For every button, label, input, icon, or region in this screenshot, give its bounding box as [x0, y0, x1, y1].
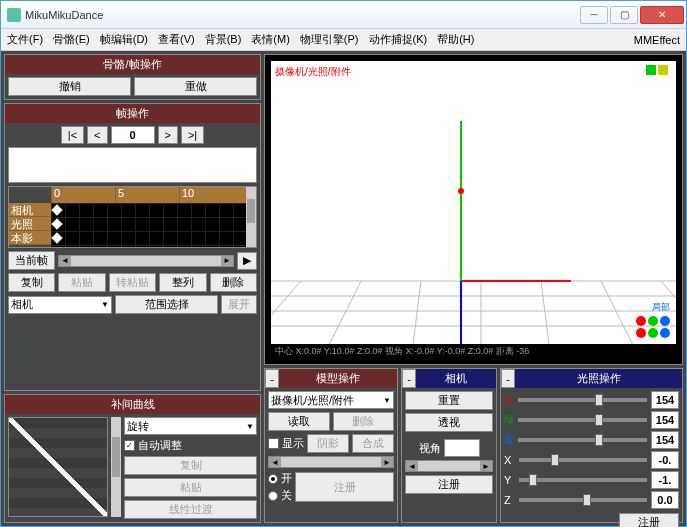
delete-frame-button[interactable]: 删除 — [210, 273, 257, 292]
on-radio[interactable] — [268, 474, 278, 484]
timeline-vscroll[interactable] — [246, 187, 256, 247]
scroll-right-icon[interactable]: ► — [221, 256, 233, 266]
menu-file[interactable]: 文件(F) — [7, 32, 43, 47]
timeline-hscroll[interactable]: ◄ ► — [58, 255, 234, 267]
b-slider[interactable] — [518, 438, 647, 442]
redo-button[interactable]: 重做 — [134, 77, 257, 96]
z-value[interactable]: 0.0 — [651, 491, 679, 509]
menu-face[interactable]: 表情(M) — [251, 32, 290, 47]
angle-slider[interactable]: ◄► — [405, 460, 493, 472]
vp-corner-label: 局部 — [652, 301, 670, 314]
track-shadow[interactable]: 本影 — [9, 231, 51, 245]
model-select[interactable]: 摄像机/光照/附件▼ — [268, 391, 394, 409]
menu-motion[interactable]: 动作捕捉(K) — [369, 32, 428, 47]
panel-collapse-button[interactable]: - — [265, 369, 279, 388]
gizmo-icon[interactable] — [636, 328, 646, 338]
track-light[interactable]: 光照 — [9, 217, 51, 231]
g-value[interactable]: 154 — [651, 411, 679, 429]
model-title: 模型操作 — [279, 369, 397, 388]
undo-button[interactable]: 撤销 — [8, 77, 131, 96]
paste-button[interactable]: 粘贴 — [58, 273, 105, 292]
camera-reg-button[interactable]: 注册 — [405, 475, 493, 494]
nav-next[interactable]: > — [158, 126, 178, 144]
close-button[interactable]: ✕ — [640, 6, 684, 24]
scroll-left-icon[interactable]: ◄ — [59, 256, 71, 266]
menu-bg[interactable]: 背景(B) — [205, 32, 242, 47]
panel-collapse-button[interactable]: - — [402, 369, 416, 388]
interp-axis-select[interactable]: 旋转▼ — [124, 417, 257, 435]
track-camera[interactable]: 相机 — [9, 203, 51, 217]
nav-prev[interactable]: < — [87, 126, 107, 144]
syn-button[interactable]: 合成 — [352, 434, 394, 453]
viewport-status: 中心 X:0.0# Y:10.0# Z:0.0# 视角 X:-0.0# Y:-0… — [271, 344, 676, 358]
y-slider[interactable] — [519, 478, 647, 482]
gizmo-icon[interactable] — [660, 328, 670, 338]
gizmo-icon[interactable] — [648, 316, 658, 326]
range-select-button[interactable]: 范围选择 — [115, 295, 218, 314]
shadow-button[interactable]: 阴影 — [307, 434, 349, 453]
gizmo-icon[interactable] — [660, 316, 670, 326]
angle-input[interactable]: 45 — [444, 439, 480, 457]
keyframe-icon[interactable] — [51, 218, 62, 229]
play-button[interactable]: ▶ — [237, 252, 257, 270]
interp-vscroll[interactable] — [111, 417, 121, 517]
y-label: Y — [504, 474, 515, 486]
show-check[interactable] — [268, 438, 279, 449]
camera-panel: -相机 重置 透视 视角45 ◄► 注册 — [401, 368, 497, 523]
light-title: 光照操作 — [515, 369, 682, 388]
nav-last[interactable]: >| — [181, 126, 204, 144]
auto-adjust-label: 自动调整 — [138, 438, 182, 453]
item-select[interactable]: 相机▼ — [8, 296, 112, 314]
menu-bone[interactable]: 骨骼(E) — [53, 32, 90, 47]
align-button[interactable]: 整列 — [159, 273, 206, 292]
menu-view[interactable]: 查看(V) — [158, 32, 195, 47]
g-slider[interactable] — [518, 418, 647, 422]
frame-list[interactable] — [8, 147, 257, 183]
z-label: Z — [504, 494, 515, 506]
panel-collapse-button[interactable]: - — [501, 369, 515, 388]
keyframe-icon[interactable] — [51, 232, 62, 243]
menu-physics[interactable]: 物理引擎(P) — [300, 32, 359, 47]
off-radio[interactable] — [268, 491, 278, 501]
keyframe-icon[interactable] — [51, 204, 62, 215]
menu-help[interactable]: 帮助(H) — [437, 32, 474, 47]
gizmo-icon[interactable] — [648, 328, 658, 338]
b-label: 蓝 — [504, 433, 514, 447]
auto-adjust-check[interactable]: ✓ — [124, 440, 135, 451]
y-value[interactable]: -1. — [651, 471, 679, 489]
interp-graph[interactable] — [8, 417, 108, 517]
bone-frame-panel: 骨骼/帧操作 撤销 重做 — [4, 54, 261, 100]
r-value[interactable]: 154 — [651, 391, 679, 409]
gizmo-icon[interactable] — [636, 316, 646, 326]
menu-mmeffect[interactable]: MMEffect — [634, 34, 680, 46]
interp-linear-button[interactable]: 线性过渡 — [124, 500, 257, 519]
frame-number-input[interactable]: 0 — [111, 126, 155, 144]
nav-first[interactable]: |< — [61, 126, 84, 144]
current-frame-button[interactable]: 当前帧 — [8, 251, 55, 270]
z-slider[interactable] — [519, 498, 647, 502]
light-reg-button[interactable]: 注册 — [619, 513, 679, 527]
timeline[interactable]: 0 5 10 相机 光照 本影 — [8, 186, 257, 248]
sub-paste-button[interactable]: 转粘贴 — [109, 273, 156, 292]
load-button[interactable]: 读取 — [268, 412, 330, 431]
viewport[interactable]: 摄像机/光照/附件 — [264, 54, 683, 365]
model-hscroll[interactable]: ◄► — [268, 456, 394, 468]
maximize-button[interactable]: ▢ — [610, 6, 638, 24]
tick-5: 5 — [115, 187, 179, 203]
angle-label: 视角 — [419, 441, 441, 456]
interp-copy-button[interactable]: 复制 — [124, 456, 257, 475]
interp-paste-button[interactable]: 粘贴 — [124, 478, 257, 497]
menu-frame[interactable]: 帧编辑(D) — [100, 32, 148, 47]
persp-button[interactable]: 透视 — [405, 413, 493, 432]
reset-button[interactable]: 重置 — [405, 391, 493, 410]
r-slider[interactable] — [518, 398, 647, 402]
frame-ops-panel: 帧操作 |< < 0 > >| 0 5 10 相 — [4, 103, 261, 391]
expand-button[interactable]: 展开 — [221, 295, 257, 314]
x-slider[interactable] — [519, 458, 647, 462]
model-delete-button[interactable]: 删除 — [333, 412, 395, 431]
minimize-button[interactable]: ─ — [580, 6, 608, 24]
b-value[interactable]: 154 — [651, 431, 679, 449]
x-value[interactable]: -0. — [651, 451, 679, 469]
copy-button[interactable]: 复制 — [8, 273, 55, 292]
model-reg-button[interactable]: 注册 — [295, 472, 394, 502]
